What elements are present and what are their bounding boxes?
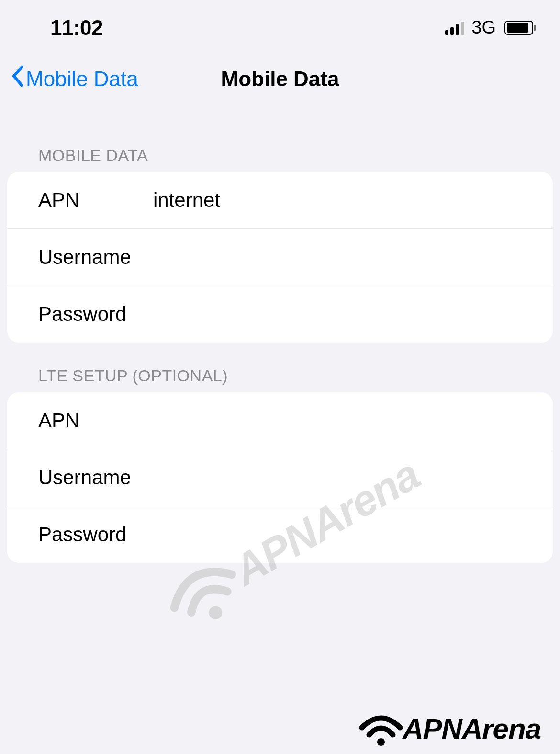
lte-password-row[interactable]: Password	[7, 506, 553, 563]
apn-label: APN	[38, 189, 153, 212]
lte-apn-row[interactable]: APN	[7, 392, 553, 449]
network-type-label: 3G	[471, 17, 496, 38]
lte-username-input[interactable]	[153, 466, 522, 489]
username-input[interactable]	[153, 246, 522, 269]
wifi-icon	[357, 711, 405, 747]
lte-username-label: Username	[38, 466, 153, 489]
status-right: 3G	[445, 17, 536, 38]
page-title: Mobile Data	[221, 67, 339, 91]
battery-icon	[504, 21, 536, 35]
password-row[interactable]: Password	[7, 286, 553, 343]
svg-point-1	[377, 738, 385, 746]
status-time: 11:02	[50, 16, 103, 40]
status-bar: 11:02 3G	[0, 0, 560, 50]
watermark-bottom: APNArena	[357, 711, 541, 747]
back-button[interactable]: Mobile Data	[10, 65, 138, 93]
navigation-bar: Mobile Data Mobile Data	[0, 50, 560, 122]
password-label: Password	[38, 303, 153, 326]
username-label: Username	[38, 246, 153, 269]
apn-input[interactable]	[153, 189, 522, 212]
section-header-lte-setup: LTE SETUP (OPTIONAL)	[0, 343, 560, 392]
password-input[interactable]	[153, 303, 522, 326]
section-group-mobile-data: APN Username Password	[7, 172, 553, 343]
svg-point-0	[207, 604, 225, 622]
signal-strength-icon	[445, 21, 464, 35]
apn-row[interactable]: APN	[7, 172, 553, 229]
lte-username-row[interactable]: Username	[7, 449, 553, 506]
username-row[interactable]: Username	[7, 229, 553, 286]
watermark-text: APNArena	[403, 712, 541, 745]
back-button-label: Mobile Data	[26, 67, 138, 91]
lte-apn-input[interactable]	[153, 409, 522, 432]
lte-password-label: Password	[38, 523, 153, 546]
section-group-lte-setup: APN Username Password	[7, 392, 553, 563]
section-header-mobile-data: MOBILE DATA	[0, 122, 560, 172]
lte-password-input[interactable]	[153, 523, 522, 546]
lte-apn-label: APN	[38, 409, 153, 432]
chevron-left-icon	[10, 65, 25, 93]
